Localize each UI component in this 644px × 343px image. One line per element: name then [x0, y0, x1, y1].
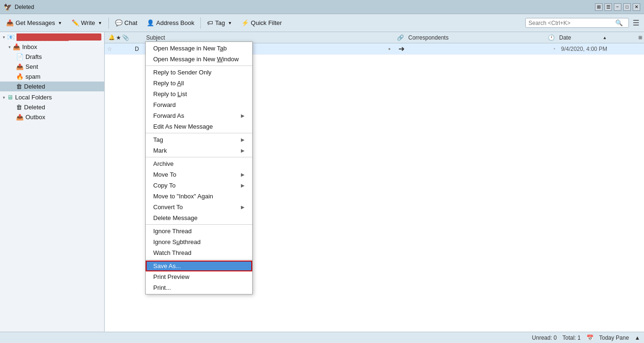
today-pane-label[interactable]: Today Pane — [599, 335, 629, 341]
local-deleted-label: Deleted — [24, 104, 45, 111]
menu-move-to[interactable]: Move To ▶ — [146, 169, 252, 180]
forward-arrow-cell: ➜ — [394, 44, 408, 53]
menu-open-new-tab[interactable]: Open Message in New Tab — [146, 43, 252, 54]
account-expand-arrow: ▾ — [3, 35, 5, 40]
menu-ignore-thread[interactable]: Ignore Thread — [146, 226, 252, 237]
minimize-button[interactable]: − — [614, 3, 621, 11]
unread-count: Unread: 0 — [532, 335, 557, 341]
sidebar-account[interactable]: ▾ 📧 ████████████ — [0, 32, 104, 42]
sidebar-item-sent[interactable]: 📤 Sent — [0, 62, 104, 72]
mark-arrow: ▶ — [241, 148, 245, 153]
deleted-icon: 🗑 — [16, 83, 22, 90]
separator-1 — [108, 17, 109, 29]
menu-save-as[interactable]: Save As... — [146, 261, 252, 271]
menu-copy-to[interactable]: Copy To ▶ — [146, 180, 252, 191]
sent-icon: 📤 — [16, 63, 24, 70]
move-to-arrow: ▶ — [241, 172, 245, 177]
close-button[interactable]: ✕ — [633, 3, 640, 11]
col-thread-icon: 🔗 — [397, 34, 406, 41]
separator-4 — [146, 224, 252, 225]
menu-move-inbox[interactable]: Move to "Inbox" Again — [146, 191, 252, 202]
sidebar-item-outbox[interactable]: 📤 Outbox — [0, 112, 104, 122]
spam-icon: 🔥 — [16, 73, 24, 80]
get-messages-arrow: ▼ — [58, 21, 62, 25]
menu-convert-to[interactable]: Convert To ▶ — [146, 202, 252, 212]
outbox-label: Outbox — [25, 114, 45, 121]
main-layout: ▾ 📧 ████████████ ▾ 📥 Inbox 📄 Drafts 📤 Se… — [0, 32, 644, 332]
sidebar-item-inbox[interactable]: ▾ 📥 Inbox — [0, 42, 104, 52]
menu-reply-sender[interactable]: Reply to Sender Only — [146, 67, 252, 78]
search-input[interactable] — [528, 20, 613, 26]
local-icon: 🖥 — [7, 94, 13, 101]
thread-icon-cell: • — [385, 45, 394, 53]
address-book-icon: 👤 — [147, 19, 154, 26]
inbox-label: Inbox — [22, 43, 37, 50]
sidebar-item-deleted[interactable]: 🗑 Deleted — [0, 82, 104, 91]
separator-5 — [146, 259, 252, 260]
chat-button[interactable]: 💬 Chat — [111, 17, 141, 28]
tag-icon: 🏷 — [207, 19, 213, 26]
tag-arrow: ▶ — [241, 137, 245, 142]
col-attach-icon: 📎 — [122, 34, 129, 41]
col-correspondents-header[interactable]: Correspondents — [406, 34, 548, 41]
tag-button[interactable]: 🏷 Tag ▼ — [203, 17, 236, 28]
status-bar: Unread: 0 Total: 1 📅 Today Pane ▲ — [0, 332, 644, 343]
quick-filter-button[interactable]: ⚡ Quick Filter — [237, 17, 286, 28]
drafts-label: Drafts — [25, 53, 42, 60]
app-icon: 🦅 — [4, 3, 12, 11]
menu-reply-all[interactable]: Reply to All — [146, 78, 252, 89]
col-date-flag: 🕐 — [548, 34, 557, 41]
get-messages-icon: 📥 — [6, 19, 14, 26]
inbox-icon: 📥 — [13, 43, 20, 50]
sidebar-item-local-folders[interactable]: ▾ 🖥 Local Folders — [0, 92, 104, 102]
spam-label: spam — [25, 73, 41, 80]
convert-to-arrow: ▶ — [241, 204, 245, 210]
menu-reply-list[interactable]: Reply to List — [146, 89, 252, 99]
col-subject-header[interactable]: Subject — [144, 34, 397, 41]
hamburger-menu[interactable]: ☰ — [630, 17, 642, 29]
menu-archive[interactable]: Archive — [146, 158, 252, 169]
menu-print-preview[interactable]: Print Preview — [146, 271, 252, 282]
sidebar-item-spam[interactable]: 🔥 spam — [0, 72, 104, 82]
menu-print[interactable]: Print... — [146, 282, 252, 293]
outbox-icon: 📤 — [16, 114, 24, 121]
window-title: Deleted — [15, 4, 34, 10]
calendar-icon: 📅 — [586, 335, 594, 341]
menu-ignore-subthread[interactable]: Ignore Subthread — [146, 237, 252, 247]
menu-tag[interactable]: Tag ▶ — [146, 134, 252, 145]
write-button[interactable]: ✏️ Write ▼ — [67, 17, 107, 28]
inbox-expand-arrow: ▾ — [8, 45, 11, 49]
grid-icon[interactable]: ⊞ — [595, 3, 603, 11]
sidebar: ▾ 📧 ████████████ ▾ 📥 Inbox 📄 Drafts 📤 Se… — [0, 32, 105, 332]
separator-3 — [146, 157, 252, 157]
menu-watch-thread[interactable]: Watch Thread — [146, 247, 252, 258]
address-book-button[interactable]: 👤 Address Book — [142, 17, 198, 28]
separator-2 — [200, 17, 201, 29]
menu-forward-as[interactable]: Forward As ▶ — [146, 110, 252, 121]
forward-as-arrow: ▶ — [241, 113, 245, 118]
local-deleted-icon: 🗑 — [16, 104, 22, 111]
menu-forward[interactable]: Forward — [146, 99, 252, 110]
title-bar-left: 🦅 Deleted — [4, 3, 34, 11]
col-controls: 🔔 ★ 📎 — [107, 34, 144, 41]
title-bar: 🦅 Deleted ⊞ ☰ − □ ✕ — [0, 0, 644, 14]
window-controls: ⊞ ☰ − □ ✕ — [595, 3, 640, 11]
context-menu: Open Message in New Tab Open Message in … — [145, 41, 253, 294]
menu-open-new-window[interactable]: Open Message in New Window — [146, 54, 252, 65]
sidebar-item-local-deleted[interactable]: 🗑 Deleted — [0, 102, 104, 112]
col-flag-icon: 🔔 — [108, 34, 115, 41]
col-resize-icon: ⊞ — [638, 35, 642, 40]
menu-mark[interactable]: Mark ▶ — [146, 145, 252, 156]
menu-edit-new[interactable]: Edit As New Message — [146, 121, 252, 132]
deleted-label: Deleted — [24, 83, 45, 90]
copy-to-arrow: ▶ — [241, 183, 245, 188]
col-date-header[interactable]: Date ▲ ⊞ — [557, 34, 642, 41]
layout-icon[interactable]: ☰ — [604, 3, 612, 11]
maximize-button[interactable]: □ — [623, 3, 631, 11]
chat-icon: 💬 — [115, 19, 123, 26]
menu-delete[interactable]: Delete Message — [146, 212, 252, 223]
search-icon: 🔍 — [615, 19, 623, 26]
sidebar-item-drafts[interactable]: 📄 Drafts — [0, 52, 104, 62]
get-messages-button[interactable]: 📥 Get Messages ▼ — [2, 17, 66, 28]
date-cell: 9/4/2020, 4:00 PM — [559, 46, 644, 52]
